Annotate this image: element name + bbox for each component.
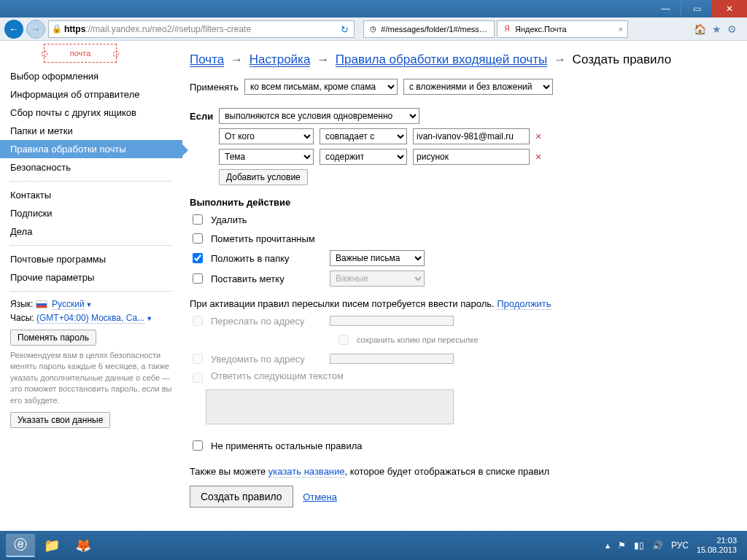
- back-button[interactable]: ←: [4, 20, 23, 39]
- no-other-rules-checkbox[interactable]: [193, 440, 203, 451]
- sidebar-item-sender-info[interactable]: Информация об отправителе: [0, 85, 182, 104]
- crumb-current: Создать правило: [573, 52, 672, 66]
- tray-network-icon[interactable]: ▮▯: [634, 540, 644, 551]
- action-header: Выполнить действие: [190, 197, 734, 208]
- fill-profile-button[interactable]: Указать свои данные: [10, 412, 110, 428]
- cond2-field-select[interactable]: Тема: [219, 149, 314, 165]
- tab-close-icon[interactable]: ×: [619, 25, 623, 34]
- forward-continue-link[interactable]: Продолжить: [497, 298, 551, 310]
- sidebar-item-todo[interactable]: Дела: [0, 222, 182, 241]
- main-content: Почта → Настройка → Правила обработки вх…: [182, 41, 747, 531]
- window-maximize-button[interactable]: ▭: [681, 0, 712, 18]
- tray-lang[interactable]: РУС: [671, 540, 689, 551]
- browser-tabs: ◷ #/messages/folder/1#/messag... Я Яндек…: [363, 20, 685, 38]
- forward-button[interactable]: →: [26, 20, 45, 39]
- action-forward-input: [330, 316, 454, 326]
- if-label: Если: [190, 111, 213, 122]
- name-hint: Также вы можете указать название, которо…: [190, 466, 734, 477]
- cond1-value-input[interactable]: [413, 128, 530, 144]
- favorites-icon[interactable]: ★: [712, 23, 721, 35]
- apply-scope-select[interactable]: ко всем письмам, кроме спама: [244, 79, 398, 95]
- address-bar[interactable]: 🔒 https://mail.yandex.ru/neo2/#setup/fil…: [48, 20, 355, 38]
- window-minimize-button[interactable]: —: [651, 0, 681, 18]
- sidebar-item-theme[interactable]: Выбор оформления: [0, 67, 182, 85]
- sidebar-item-other[interactable]: Прочие параметры: [0, 268, 182, 287]
- action-setlabel-checkbox[interactable]: [193, 273, 203, 284]
- create-rule-button[interactable]: Создать правило: [190, 486, 293, 508]
- add-condition-button[interactable]: Добавить условие: [219, 169, 308, 185]
- breadcrumb: Почта → Настройка → Правила обработки вх…: [190, 52, 734, 67]
- crumb-settings[interactable]: Настройка: [249, 52, 311, 67]
- sidebar-item-collect-mail[interactable]: Сбор почты с других ящиков: [0, 104, 182, 122]
- language-row: Язык: Русский▼: [0, 296, 182, 310]
- home-icon[interactable]: 🏠: [694, 23, 706, 35]
- set-name-link[interactable]: указать название: [268, 466, 345, 478]
- cond2-op-select[interactable]: содержит: [320, 149, 407, 165]
- apply-label: Применять: [190, 82, 239, 93]
- taskbar: ⓔ 📁 🦊 ▴ ⚑ ▮▯ 🔊 РУС 21:0315.08.2013: [0, 531, 747, 560]
- cond1-delete-icon[interactable]: ×: [535, 131, 541, 142]
- taskbar-explorer-icon[interactable]: 📁: [37, 534, 66, 557]
- if-mode-select[interactable]: выполняются все условия одновременно: [219, 108, 419, 124]
- sidebar-item-security[interactable]: Безопасность: [0, 158, 182, 176]
- action-notify-input: [330, 354, 454, 364]
- window-titlebar: — ▭ ✕: [0, 0, 747, 18]
- crumb-mail[interactable]: Почта: [190, 52, 224, 67]
- action-markread-checkbox[interactable]: [193, 233, 203, 244]
- tray-volume-icon[interactable]: 🔊: [652, 540, 663, 551]
- sidebar-item-contacts[interactable]: Контакты: [0, 186, 182, 204]
- change-password-button[interactable]: Поменять пароль: [10, 330, 96, 346]
- mail-logo[interactable]: почта: [44, 44, 117, 63]
- cond1-field-select[interactable]: От кого: [219, 128, 314, 144]
- cond2-delete-icon[interactable]: ×: [535, 151, 541, 163]
- timezone-row: Часы: (GMT+04:00) Москва, Са...▼: [0, 310, 182, 324]
- cancel-link[interactable]: Отмена: [303, 491, 337, 502]
- cond2-value-input[interactable]: [413, 149, 530, 165]
- sidebar-item-folders[interactable]: Папки и метки: [0, 122, 182, 140]
- favicon-icon: ◷: [368, 24, 378, 34]
- tray-clock[interactable]: 21:0315.08.2013: [697, 536, 741, 554]
- language-link[interactable]: Русский: [52, 299, 85, 310]
- browser-tab-2-active[interactable]: Я Яндекс.Почта ×: [497, 20, 628, 38]
- sidebar-item-mail-clients[interactable]: Почтовые программы: [0, 250, 182, 268]
- action-delete-checkbox[interactable]: [193, 214, 203, 225]
- apply-attach-select[interactable]: с вложениями и без вложений: [403, 79, 553, 95]
- password-hint: Рекомендуем вам в целях безопасности мен…: [0, 347, 182, 412]
- cond1-op-select[interactable]: совпадает с: [320, 128, 407, 144]
- action-reply-checkbox: [193, 373, 203, 383]
- favicon-icon: Я: [502, 24, 512, 34]
- timezone-link[interactable]: (GMT+04:00) Москва, Са...: [36, 313, 144, 324]
- action-label-select[interactable]: Важные: [330, 271, 425, 287]
- action-folder-select[interactable]: Важные письма: [330, 250, 425, 266]
- action-notify-checkbox: [193, 354, 203, 364]
- settings-sidebar: почта Выбор оформления Информация об отп…: [0, 41, 182, 531]
- sidebar-item-rules-active[interactable]: Правила обработки почты: [0, 140, 182, 158]
- action-forward-checkbox: [193, 316, 203, 326]
- browser-tab-1[interactable]: ◷ #/messages/folder/1#/messag...: [363, 20, 495, 38]
- taskbar-ie-icon[interactable]: ⓔ: [6, 534, 35, 557]
- browser-toolbar: ← → 🔒 https://mail.yandex.ru/neo2/#setup…: [0, 18, 747, 41]
- taskbar-firefox-icon[interactable]: 🦊: [69, 534, 98, 557]
- tools-icon[interactable]: ⚙: [727, 23, 737, 35]
- lock-icon: 🔒: [52, 24, 62, 34]
- forward-note: При активации правил пересылки писем пот…: [190, 298, 734, 309]
- flag-ru-icon: [36, 300, 47, 308]
- tray-flag-icon[interactable]: ⚑: [618, 540, 626, 551]
- action-reply-textarea: [206, 389, 454, 424]
- window-close-button[interactable]: ✕: [712, 0, 747, 18]
- tray-show-hidden-icon[interactable]: ▴: [605, 540, 610, 551]
- action-tofolder-checkbox[interactable]: [193, 253, 203, 263]
- refresh-icon[interactable]: ↻: [341, 24, 351, 34]
- sidebar-item-subs[interactable]: Подписки: [0, 204, 182, 222]
- crumb-rules[interactable]: Правила обработки входящей почты: [336, 52, 547, 67]
- savecopy-checkbox: [338, 335, 349, 345]
